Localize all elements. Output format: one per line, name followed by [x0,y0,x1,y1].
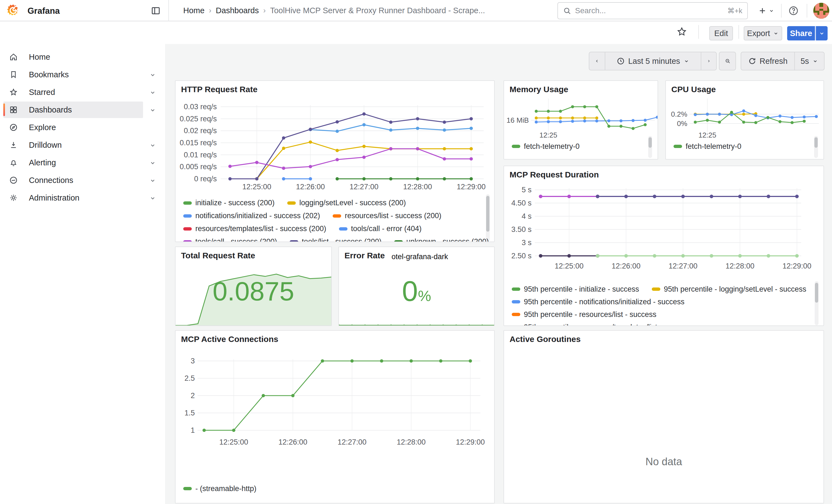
add-new-button[interactable] [754,4,778,17]
star-icon [9,88,18,97]
legend-item[interactable]: 95th percentile - resources/list - succe… [512,310,656,319]
chevron-down-icon[interactable] [149,177,156,184]
legend-series-color [183,202,192,205]
svg-text:4 s: 4 s [522,212,531,220]
time-range-picker[interactable]: Last 5 minutes [605,52,701,70]
sidebar-toggle-icon[interactable] [150,5,161,17]
edit-button[interactable]: Edit [709,26,733,41]
share-button[interactable]: Share [787,26,815,41]
sidebar-item-explore[interactable]: Explore [3,119,143,136]
legend-item[interactable]: - (streamable-http) [183,484,256,493]
sidebar-item-home[interactable]: Home [3,49,143,65]
sidebar-item-label: Administration [29,193,79,203]
breadcrumb-item[interactable]: Home [183,6,204,15]
panel-http-request-rate: HTTP Request Rate 0.03 req/s0.025 req/s0… [175,80,495,242]
clock-icon [617,57,625,65]
legend-scrollbar-thumb[interactable] [649,137,652,148]
sidebar-item-alerting[interactable]: Alerting [3,154,143,171]
legend-series-color [512,313,520,316]
legend-scrollbar-thumb[interactable] [814,137,818,148]
panel-title[interactable]: MCP Request Duration [510,170,599,179]
svg-text:0.02 req/s: 0.02 req/s [184,127,217,135]
legend-series-color [394,240,403,242]
legend-item[interactable]: resources/list - success (200) [333,212,441,220]
brand-title: Grafana [27,6,60,16]
legend-item[interactable]: 95th percentile - resources/templates/li… [512,323,691,326]
legend-item[interactable]: 95th percentile - logging/setLevel - suc… [652,285,806,294]
plus-icon [758,6,767,15]
panel-title[interactable]: Total Request Rate [181,251,255,260]
stat-value: 0.0875 [176,278,331,304]
star-icon [677,26,687,37]
legend-series-color [183,487,192,490]
search-placeholder: Search... [575,6,727,15]
chart-legend: fetch-telemetry-0 [674,141,811,151]
sidebar-item-administration[interactable]: Administration [3,190,143,206]
legend-item[interactable]: resources/templates/list - success (200) [183,224,326,233]
legend-item[interactable]: tools/list - success (200) [290,237,382,242]
legend-series-color [512,145,520,148]
legend-item[interactable]: initialize - success (200) [183,198,275,207]
legend-scrollbar-thumb[interactable] [815,283,818,302]
star-dashboard-button[interactable] [676,26,688,38]
time-shift-forward-button[interactable] [701,52,716,70]
zoom-out-button[interactable] [720,52,736,70]
legend-scrollbar-thumb[interactable] [486,196,490,232]
toolbar-divider [698,25,699,39]
legend-item[interactable]: 95th percentile - notifications/initiali… [512,298,684,306]
sidebar-item-drilldown[interactable]: Drilldown [3,137,143,153]
sidebar-item-label: Home [29,53,50,62]
chevron-down-icon[interactable] [149,89,156,96]
legend-item[interactable]: tools/call - error (404) [339,224,422,233]
svg-text:12:25: 12:25 [698,131,716,139]
svg-text:0.015 req/s: 0.015 req/s [180,139,217,147]
sidebar-item-label: Alerting [29,158,56,167]
panel-title[interactable]: Error Rate [344,251,385,260]
legend-item[interactable]: tools/call - success (200) [183,237,277,242]
panel-error-rate: Error Rate otel-grafana-dark 0% [338,246,495,326]
legend-series-label: notifications/initialized - success (202… [196,212,320,220]
sidebar-item-dashboards[interactable]: Dashboards [3,102,143,118]
panel-title[interactable]: MCP Active Connections [181,335,278,344]
user-avatar[interactable] [813,3,829,19]
help-button[interactable] [787,5,800,17]
svg-text:12:29:00: 12:29:00 [456,438,485,446]
legend-item[interactable]: fetch-telemetry-0 [674,142,742,151]
chevron-down-icon[interactable] [149,71,156,78]
panel-title[interactable]: Active Goroutines [510,335,580,344]
legend-item[interactable]: logging/setLevel - success (200) [287,198,406,207]
chevron-down-icon[interactable] [149,142,156,149]
chevron-left-icon [595,57,599,65]
header-divider [807,4,807,18]
panel-title[interactable]: Memory Usage [510,85,568,94]
chevron-down-icon[interactable] [149,106,156,114]
chevron-down-icon[interactable] [149,194,156,202]
legend-series-label: resources/templates/list - success (200) [196,224,326,233]
legend-item[interactable]: 95th percentile - initialize - success [512,285,639,294]
time-shift-back-button[interactable] [589,52,605,70]
svg-text:3.50 s: 3.50 s [511,225,531,234]
legend-item[interactable]: notifications/initialized - success (202… [183,212,320,220]
refresh-button[interactable]: Refresh [741,52,794,70]
legend-series-color [512,325,520,326]
export-button[interactable]: Export [744,26,782,41]
svg-text:1: 1 [191,426,195,434]
legend-series-label: initialize - success (200) [196,198,275,207]
search-input[interactable]: Search... ⌘+k [557,2,748,19]
sidebar-item-connections[interactable]: Connections [3,172,143,188]
toolbar-divider [738,25,739,39]
legend-item[interactable]: unknown - success (200) [394,237,489,242]
legend-item[interactable]: fetch-telemetry-0 [512,142,580,151]
breadcrumb: Home›Dashboards›ToolHive MCP Server & Pr… [183,0,485,21]
grafana-logo-icon[interactable] [7,4,20,17]
chevron-down-icon[interactable] [149,159,156,166]
share-menu-button[interactable] [815,26,828,41]
sidebar-item-starred[interactable]: Starred [3,84,143,100]
panel-title[interactable]: CPU Usage [671,85,716,94]
sidebar-item-label: Connections [29,176,73,185]
legend-series-color [339,227,347,231]
refresh-interval-select[interactable]: 5s [794,52,824,70]
panel-title[interactable]: HTTP Request Rate [181,85,258,94]
sidebar-item-bookmarks[interactable]: Bookmarks [3,66,143,83]
breadcrumb-item[interactable]: Dashboards [216,6,259,15]
